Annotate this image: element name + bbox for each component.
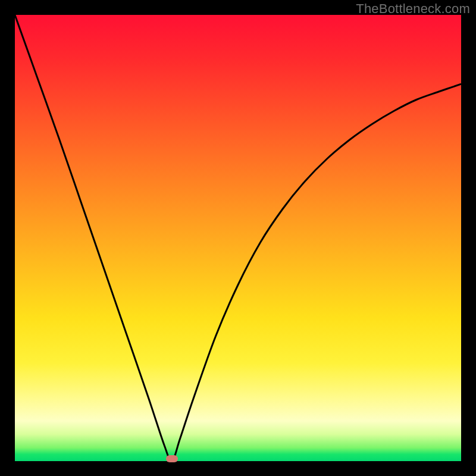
optimum-marker — [166, 455, 178, 462]
bottleneck-curve — [15, 15, 461, 461]
chart-frame: TheBottleneck.com — [0, 0, 476, 476]
watermark-text: TheBottleneck.com — [356, 1, 470, 17]
plot-area — [15, 15, 461, 461]
curve-svg — [15, 15, 461, 461]
